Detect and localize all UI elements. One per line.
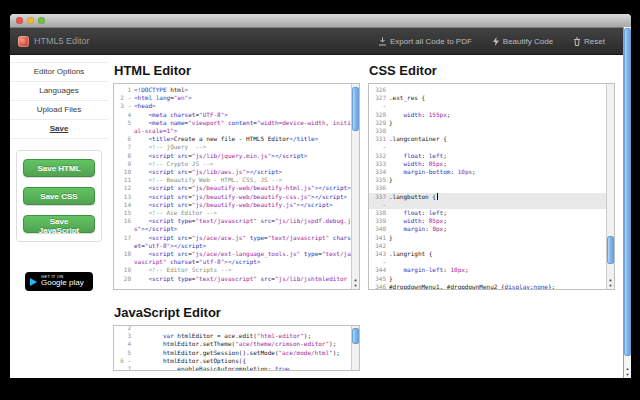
code-text: <meta name="viewport" content="width=dev… xyxy=(134,119,352,135)
page-scroll-thumb[interactable] xyxy=(624,28,631,356)
code-line: 337 -.langbutton { xyxy=(369,193,607,209)
line-number: 18 xyxy=(114,250,134,266)
code-line: 3 var htmlEditor = ace.edit("html-editor… xyxy=(114,332,352,340)
code-line: 4 htmlEditor.setTheme("ace/theme/crimson… xyxy=(114,340,352,348)
code-text: .ext_res { xyxy=(389,94,607,110)
code-line: 4 <meta charset="UTF-8"> xyxy=(114,111,352,119)
line-number: 333 xyxy=(369,160,389,168)
code-text: .langright { xyxy=(389,250,607,266)
html-code-editor[interactable]: 1<!DOCTYPE html>2 -<html lang="en">3 -<h… xyxy=(113,83,360,290)
line-number: 326 xyxy=(369,86,389,94)
code-text: <!-- Editor Scripts --> xyxy=(134,266,352,274)
code-text: <script src="js/beautify-web/beautify-ht… xyxy=(134,184,352,192)
code-line: 339 width: 85px; xyxy=(369,217,607,225)
code-line: 20 <script type="text/javascript" src="j… xyxy=(114,275,352,283)
line-number: 4 xyxy=(114,340,134,348)
app-toolbar: HTML5 Editor Export all Code to PDF Beau… xyxy=(10,28,631,55)
page-scrollbar[interactable]: ▲▼ xyxy=(623,27,631,378)
save-javascript-button[interactable]: Save JavaScript xyxy=(23,215,95,233)
play-triangle-icon xyxy=(30,278,37,286)
code-text: #dropdownMenu1, #dropdownMenu2 {display:… xyxy=(389,283,607,290)
sidebar-item-upload-files[interactable]: Upload Files xyxy=(10,101,108,120)
css-scroll-thumb[interactable] xyxy=(607,236,614,264)
code-text xyxy=(134,325,352,332)
line-number: 341 xyxy=(369,234,389,242)
line-number: 10 xyxy=(114,168,134,176)
code-line: 1<!DOCTYPE html> xyxy=(114,86,352,94)
js-scroll-thumb[interactable] xyxy=(352,328,359,344)
code-line: 346#dropdownMenu1, #dropdownMenu2 {displ… xyxy=(369,283,607,290)
line-number: 13 xyxy=(114,193,134,201)
code-line: 5 <meta name="viewport" content="width=d… xyxy=(114,119,352,135)
code-line: 326 xyxy=(369,86,607,94)
html-editor-panel: HTML Editor 1<!DOCTYPE html>2 -<html lan… xyxy=(113,61,360,290)
code-text: float: left; xyxy=(389,152,607,160)
line-number: 2 xyxy=(114,325,134,332)
css-editor-scrollbar[interactable]: ▲▼ xyxy=(606,84,614,289)
code-text: } xyxy=(389,234,607,242)
code-line: 19 <!-- Editor Scripts --> xyxy=(114,266,352,274)
code-line: 334 margin-bottom: 10px; xyxy=(369,168,607,176)
line-number: 4 xyxy=(114,111,134,119)
code-text: margin-bottom: 10px; xyxy=(389,168,607,176)
beautify-code-button[interactable]: Beautify Code xyxy=(492,37,553,46)
app-title: HTML5 Editor xyxy=(34,36,90,46)
line-number: 11 xyxy=(114,176,134,184)
css-scroll-arrows[interactable]: ▲▼ xyxy=(607,277,614,289)
line-number: 332 xyxy=(369,152,389,160)
close-button[interactable] xyxy=(16,17,23,24)
save-html-button[interactable]: Save HTML xyxy=(23,159,95,177)
css-editor-panel: CSS Editor 326 327 -.ext_res {328 width:… xyxy=(368,61,615,290)
page-scroll-arrows[interactable]: ▲▼ xyxy=(624,366,631,378)
code-text: <title>Create a new file - HTML5 Editor<… xyxy=(134,135,352,143)
code-text: .langcontainer { xyxy=(389,135,607,151)
line-number: 345 xyxy=(369,275,389,283)
zoom-button[interactable] xyxy=(38,17,45,24)
html-scroll-arrows[interactable]: ▲▼ xyxy=(352,277,359,289)
app-window: HTML5 Editor Export all Code to PDF Beau… xyxy=(10,14,631,378)
sidebar-item-languages[interactable]: Languages xyxy=(10,82,108,101)
code-text xyxy=(389,86,607,94)
code-text: <script src="js/lib/jquery.min.js"></scr… xyxy=(134,152,352,160)
html-editor-scrollbar[interactable]: ▲▼ xyxy=(351,84,359,289)
code-text: <script src="js/ace/ext-language_tools.j… xyxy=(134,250,352,266)
reset-button[interactable]: Reset xyxy=(573,37,605,46)
line-number: 344 xyxy=(369,266,389,274)
code-line: 12 <script src="js/beautify-web/beautify… xyxy=(114,184,352,192)
code-line: 7 enableBasicAutocompletion: true, xyxy=(114,365,352,371)
line-number: 5 xyxy=(114,349,134,357)
line-number: 338 xyxy=(369,209,389,217)
line-number: 340 xyxy=(369,225,389,233)
js-code-editor[interactable]: 2 3 var htmlEditor = ace.edit("html-edit… xyxy=(113,325,360,371)
code-text xyxy=(389,184,607,192)
sidebar-item-label: Languages xyxy=(39,86,79,95)
code-line: 9 <!-- Crypto JS --> xyxy=(114,160,352,168)
line-number: 327 - xyxy=(369,94,389,110)
export-pdf-button[interactable]: Export all Code to PDF xyxy=(378,37,472,46)
html-scroll-thumb[interactable] xyxy=(352,87,359,131)
line-number: 328 xyxy=(369,111,389,119)
code-text: width: 155px; xyxy=(389,111,607,119)
code-text: <script src="js/beautify-web/beautify-cs… xyxy=(134,193,352,201)
code-text: .langbutton { xyxy=(389,193,607,209)
line-number: 14 xyxy=(114,201,134,209)
sidebar-nav: Editor OptionsLanguagesUpload FilesSave xyxy=(10,62,108,139)
code-line: 342 xyxy=(369,242,607,250)
minimize-button[interactable] xyxy=(27,17,34,24)
sidebar: Editor OptionsLanguagesUpload FilesSave … xyxy=(10,55,108,378)
css-code-editor[interactable]: 326 327 -.ext_res {328 width: 155px;329}… xyxy=(368,83,615,290)
content-area: Editor OptionsLanguagesUpload FilesSave … xyxy=(10,55,631,378)
sidebar-item-label: Save xyxy=(50,124,69,133)
code-text: width: 85px; xyxy=(389,160,607,168)
js-editor-scrollbar[interactable] xyxy=(351,326,359,370)
google-play-badge[interactable]: GET IT ON Google play xyxy=(25,272,93,291)
code-line: 14 <script src="js/beautify-web/beautify… xyxy=(114,201,352,209)
code-line: 345} xyxy=(369,275,607,283)
save-css-button[interactable]: Save CSS xyxy=(23,187,95,205)
sidebar-item-editor-options[interactable]: Editor Options xyxy=(10,62,108,82)
code-line: 6 - htmlEditor.setOptions({ xyxy=(114,357,352,365)
code-line: 331 -.langcontainer { xyxy=(369,135,607,151)
sidebar-item-save[interactable]: Save xyxy=(10,120,108,139)
code-text: <!DOCTYPE html> xyxy=(134,86,352,94)
code-text: width: 85px; xyxy=(389,217,607,225)
